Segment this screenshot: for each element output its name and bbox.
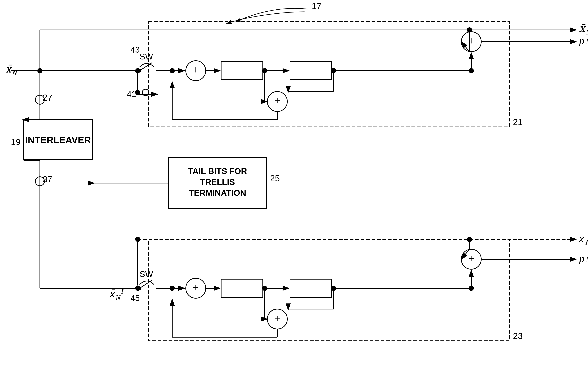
label-23: 23 [513, 331, 523, 341]
junction-top-1 [170, 68, 175, 73]
switch-bottom-arc [140, 281, 154, 285]
top-delay-box-1 [221, 62, 263, 80]
output-pN2-subscript: N [586, 255, 588, 264]
output-xN1-label: x [579, 233, 584, 244]
output-pN1-subscript: N [586, 37, 588, 46]
label-37: 37 [43, 175, 52, 184]
label-17-arrow [236, 8, 308, 22]
output-xN-label: x̄ [579, 22, 586, 34]
label-25: 25 [270, 174, 280, 183]
label-27: 27 [43, 93, 52, 102]
switch-top-arc [140, 64, 154, 67]
tail-bits-label-2: TRELLIS [200, 177, 235, 187]
output-pN2-label: p [579, 253, 584, 264]
svg-text:+: + [193, 281, 199, 293]
label-21: 21 [513, 117, 523, 127]
input-label: x̄ [5, 63, 12, 75]
diagram-container: INTERLEAVER TAIL BITS FOR TRELLIS TERMIN… [0, 0, 588, 368]
label-19: 19 [11, 137, 20, 147]
interleaver-label: INTERLEAVER [25, 135, 91, 145]
junction-bottom-1 [170, 286, 175, 291]
output-xN1-subscript: N [585, 238, 588, 246]
tail-bits-label-3: TERMINATION [189, 188, 246, 198]
junction-xN1-right [467, 237, 472, 242]
tail-bits-label-1: TAIL BITS FOR [188, 166, 247, 176]
label-43: 43 [130, 45, 140, 54]
junction-bottom-input [135, 286, 140, 291]
bottom-delay-box-2 [290, 279, 332, 297]
switch-41-symbol [142, 89, 149, 96]
interleaved-input-subscript: N [116, 294, 121, 302]
top-delay-box-2 [290, 62, 332, 80]
input-subscript: N [12, 69, 18, 77]
svg-text:+: + [274, 312, 280, 324]
sw-bottom-label: SW [140, 269, 153, 279]
label-17: 17 [312, 1, 321, 11]
interleaved-input-superscript: I [121, 288, 124, 295]
interleaved-input-label: x̄ [109, 288, 116, 300]
output-pN1-label: p [579, 35, 584, 46]
svg-text:+: + [274, 95, 280, 107]
svg-text:+: + [468, 252, 474, 264]
sw-top-label: SW [140, 52, 153, 61]
output-xN-subscript: N [586, 28, 588, 36]
svg-text:+: + [193, 64, 199, 76]
label-45: 45 [130, 293, 140, 303]
label-41: 41 [127, 89, 136, 99]
bottom-delay-box-1 [221, 279, 263, 297]
